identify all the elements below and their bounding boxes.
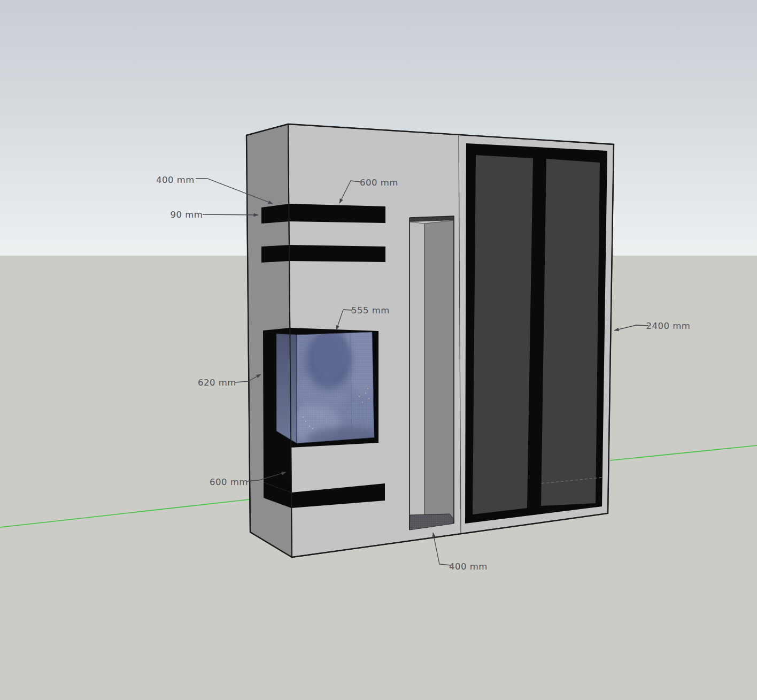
dimension-label: 555 mm: [351, 305, 390, 316]
dimension-label: 600 mm: [210, 477, 248, 487]
dimension-label: 620 mm: [198, 378, 236, 388]
shelf-top[interactable]: [261, 204, 385, 224]
model-viewport[interactable]: 400 mm 90 mm 600 mm 555 mm 620 mm 2400 m…: [0, 0, 757, 700]
dimension-label: 2400 mm: [646, 321, 691, 331]
glass-box-reflections: [285, 316, 387, 452]
cabinet-unit[interactable]: [246, 124, 614, 557]
dimension-label: 90 mm: [171, 210, 203, 220]
dimension-label: 400 mm: [156, 175, 195, 185]
dimension-label: 600 mm: [360, 178, 398, 188]
door-panel-right[interactable]: [541, 159, 600, 506]
dimension-label: 400 mm: [449, 561, 488, 572]
recess-left-wall[interactable]: [410, 222, 424, 530]
door-section[interactable]: [465, 143, 607, 524]
shelf-middle[interactable]: [261, 245, 385, 263]
recess-back-wall[interactable]: [424, 220, 454, 522]
vertical-recess[interactable]: [410, 216, 454, 530]
glass-box-side-face[interactable]: [276, 334, 297, 443]
viewport-canvas[interactable]: 400 mm 90 mm 600 mm 555 mm 620 mm 2400 m…: [0, 0, 757, 700]
glass-box[interactable]: [276, 316, 387, 452]
door-panel-left[interactable]: [473, 155, 533, 514]
